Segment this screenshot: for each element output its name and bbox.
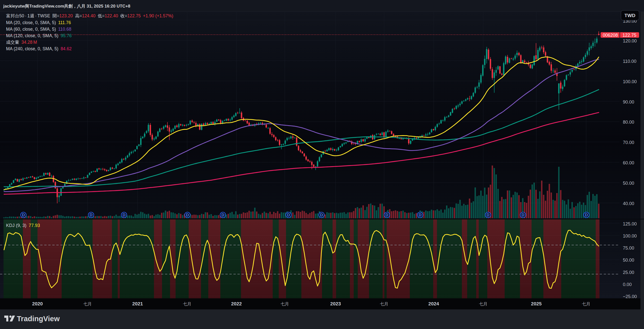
svg-text:122.75: 122.75 [622, 33, 636, 38]
svg-text:MA (120, close, 0, SMA, 5) 95.: MA (120, close, 0, SMA, 5) 95.76 [6, 33, 72, 38]
svg-text:2021: 2021 [132, 301, 143, 306]
svg-text:100.00: 100.00 [623, 233, 637, 239]
svg-text:TWD: TWD [624, 13, 635, 18]
svg-text:D: D [22, 213, 25, 217]
svg-text:D: D [221, 213, 224, 217]
svg-text:120.00: 120.00 [623, 38, 637, 43]
svg-text:七月: 七月 [280, 302, 289, 306]
svg-text:75.00: 75.00 [623, 246, 634, 251]
svg-text:2022: 2022 [231, 301, 242, 306]
svg-text:50.00: 50.00 [623, 258, 634, 263]
svg-text:110.00: 110.00 [623, 59, 636, 64]
svg-text:60.00: 60.00 [623, 160, 634, 165]
svg-text:D: D [585, 213, 588, 217]
svg-text:0.00: 0.00 [623, 282, 632, 287]
svg-text:125.00: 125.00 [623, 221, 637, 226]
svg-text:D: D [287, 213, 290, 217]
svg-text:MA (240, close, 0, SMA, 5) 84.: MA (240, close, 0, SMA, 5) 84.62 [6, 46, 72, 51]
svg-text:80.00: 80.00 [623, 120, 634, 125]
svg-text:100.00: 100.00 [623, 79, 637, 84]
svg-text:D: D [90, 213, 93, 217]
svg-text:jackieyutw與TradingView.com共創，八: jackieyutw與TradingView.com共創，八月 31, 2025… [3, 4, 130, 9]
svg-text:七月: 七月 [83, 302, 92, 306]
svg-text:2024: 2024 [428, 301, 439, 306]
svg-text:50.00: 50.00 [623, 181, 634, 186]
svg-text:2020: 2020 [32, 301, 43, 306]
svg-text:−25.00: −25.00 [623, 294, 637, 299]
svg-text:D: D [320, 213, 323, 217]
svg-text:MA (20, close, 0, SMA, 5) 111.: MA (20, close, 0, SMA, 5) 111.76 [6, 20, 71, 25]
svg-text:006208: 006208 [603, 33, 618, 38]
svg-text:成交量 34.28 M: 成交量 34.28 M [6, 40, 37, 45]
svg-text:富邦台50 · 1週 · TWSE 開=123.20 高=1: 富邦台50 · 1週 · TWSE 開=123.20 高=124.40 低=12… [6, 13, 173, 18]
svg-text:40.00: 40.00 [623, 201, 634, 206]
svg-text:D: D [123, 213, 126, 217]
svg-text:D: D [385, 213, 388, 217]
svg-text:七月: 七月 [479, 302, 488, 306]
svg-text:七月: 七月 [582, 302, 590, 306]
svg-text:70.00: 70.00 [623, 140, 634, 145]
svg-text:2025: 2025 [531, 301, 542, 306]
svg-text:D: D [521, 213, 525, 217]
svg-text:TradingView: TradingView [17, 315, 60, 323]
svg-text:D: D [487, 213, 490, 217]
svg-text:90.00: 90.00 [623, 100, 634, 105]
svg-text:KDJ (9, 3) 77.93: KDJ (9, 3) 77.93 [6, 223, 40, 228]
svg-text:2023: 2023 [330, 301, 341, 306]
svg-text:七月: 七月 [380, 302, 388, 306]
svg-text:D: D [186, 213, 189, 217]
svg-text:D: D [419, 213, 422, 217]
svg-text:MA (60, close, 0, SMA, 5) 110.: MA (60, close, 0, SMA, 5) 110.68 [6, 27, 71, 32]
svg-text:25.00: 25.00 [623, 270, 634, 275]
svg-text:七月: 七月 [183, 302, 191, 306]
